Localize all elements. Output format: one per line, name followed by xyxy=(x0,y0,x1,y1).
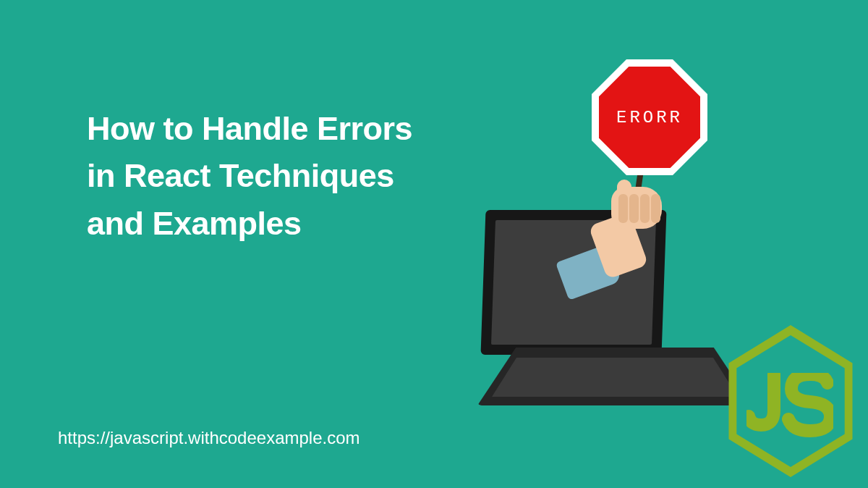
laptop-base-icon xyxy=(477,348,752,405)
stop-sign-label: ERORR xyxy=(616,108,683,127)
knuckles-icon xyxy=(618,194,660,223)
js-logo-icon xyxy=(722,325,859,477)
stop-sign-icon: ERORR xyxy=(592,59,707,175)
hero-illustration: ERORR xyxy=(448,87,760,398)
js-glyph-icon xyxy=(746,373,833,438)
source-url: https://javascript.withcodeexample.com xyxy=(58,428,360,448)
page-title: How to Handle Errors in React Techniques… xyxy=(87,105,434,247)
